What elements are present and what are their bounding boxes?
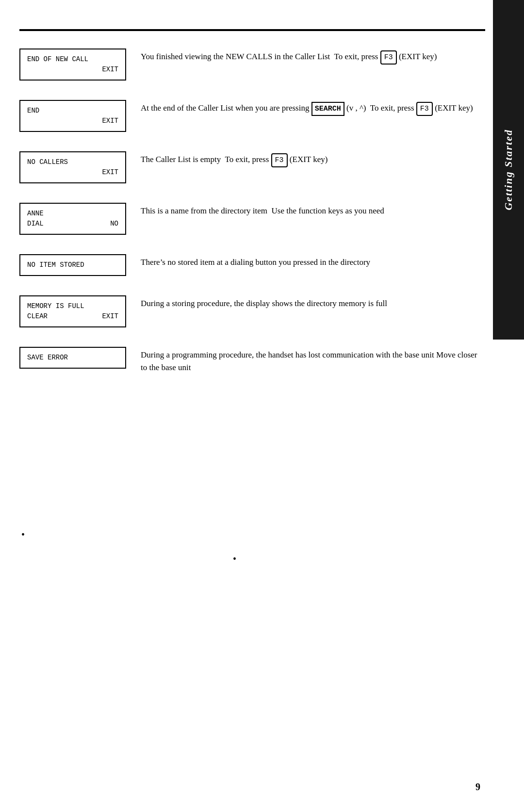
description-no-callers: The Caller List is empty To exit, press … xyxy=(141,151,485,167)
display-line2: CLEAR EXIT xyxy=(27,311,118,322)
display-line1: END OF NEW CALL xyxy=(27,54,118,65)
row-end: END EXIT At the end of the Caller List w… xyxy=(19,100,485,132)
display-line1: MEMORY IS FULL xyxy=(27,301,118,311)
display-line2-right: EXIT xyxy=(102,116,118,126)
display-line1: SAVE ERROR xyxy=(27,353,118,363)
sidebar-label: Getting Started xyxy=(502,129,515,211)
description-anne: This is a name from the directory item U… xyxy=(141,203,485,217)
display-end-of-new-call: END OF NEW CALL EXIT xyxy=(19,49,126,81)
description-end-of-new-call: You finished viewing the NEW CALLS in th… xyxy=(141,49,485,65)
display-line2-left: DIAL xyxy=(27,219,44,229)
description-no-item-stored: There’s no stored item at a dialing butt… xyxy=(141,254,485,269)
display-save-error: SAVE ERROR xyxy=(19,347,126,369)
display-line1: NO ITEM STORED xyxy=(27,260,118,270)
description-memory-is-full: During a storing procedure, the display … xyxy=(141,295,485,310)
row-anne: ANNE DIAL NO This is a name from the dir… xyxy=(19,203,485,235)
sidebar: Getting Started xyxy=(493,0,524,340)
display-line2-right: EXIT xyxy=(102,167,118,178)
display-line2-left: CLEAR xyxy=(27,311,48,322)
display-line2: EXIT xyxy=(27,167,118,178)
display-no-item-stored: NO ITEM STORED xyxy=(19,254,126,276)
display-line1: ANNE xyxy=(27,209,118,219)
f3-key-2: F3 xyxy=(416,102,433,116)
display-line2: EXIT xyxy=(27,65,118,75)
description-end: At the end of the Caller List when you a… xyxy=(141,100,485,116)
row-memory-is-full: MEMORY IS FULL CLEAR EXIT During a stori… xyxy=(19,295,485,327)
f3-key-3: F3 xyxy=(271,153,288,167)
display-anne: ANNE DIAL NO xyxy=(19,203,126,235)
description-save-error: During a programming procedure, the hand… xyxy=(141,347,485,374)
page-number: 9 xyxy=(475,781,480,793)
decorative-dot-center: • xyxy=(233,553,236,565)
row-save-error: SAVE ERROR During a programming procedur… xyxy=(19,347,485,374)
display-line2-right: EXIT xyxy=(102,311,118,322)
row-no-item-stored: NO ITEM STORED There’s no stored item at… xyxy=(19,254,485,276)
row-end-of-new-call: END OF NEW CALL EXIT You finished viewin… xyxy=(19,49,485,81)
display-end: END EXIT xyxy=(19,100,126,132)
main-content: END OF NEW CALL EXIT You finished viewin… xyxy=(19,39,485,404)
row-no-callers: NO CALLERS EXIT The Caller List is empty… xyxy=(19,151,485,183)
display-line1: END xyxy=(27,106,118,116)
display-line2-right: NO xyxy=(110,219,118,229)
display-line2: EXIT xyxy=(27,116,118,126)
display-line1: NO CALLERS xyxy=(27,157,118,167)
f3-key-1: F3 xyxy=(380,50,397,65)
top-border xyxy=(19,29,485,31)
display-no-callers: NO CALLERS EXIT xyxy=(19,151,126,183)
display-memory-is-full: MEMORY IS FULL CLEAR EXIT xyxy=(19,295,126,327)
decorative-dot-left: • xyxy=(21,529,25,540)
display-line2-right: EXIT xyxy=(102,65,118,75)
display-line2: DIAL NO xyxy=(27,219,118,229)
search-key: SEARCH xyxy=(311,102,344,116)
